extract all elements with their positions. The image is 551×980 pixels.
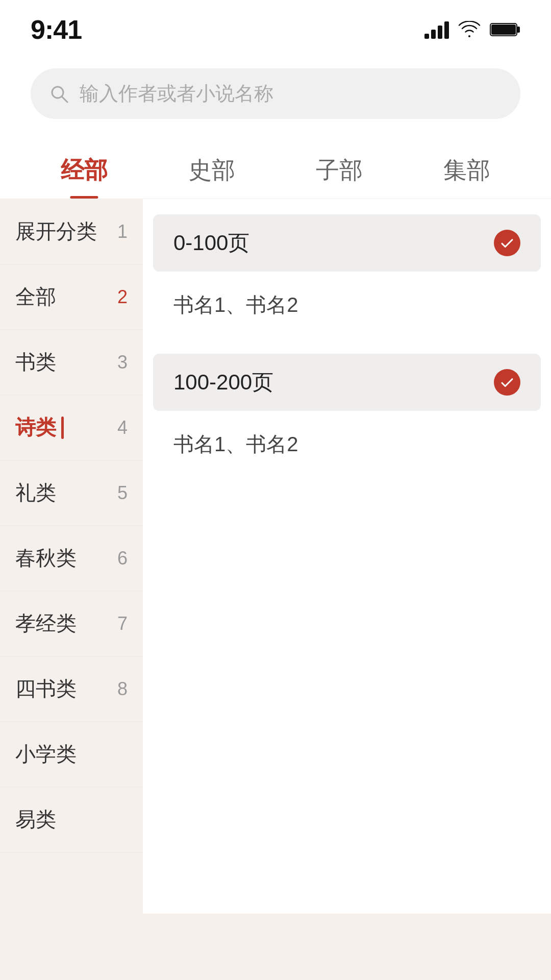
category-count-lilei: 5 [117, 482, 128, 504]
category-name-yilei: 易类 [15, 805, 56, 834]
category-name-xiaojing: 孝经类 [15, 609, 77, 638]
category-name-xiaoxue: 小学类 [15, 740, 77, 768]
right-panel: 0-100页 书名1、书名2 100-200页 书名1、书名2 [143, 199, 551, 914]
main-content: 展开分类 1 全部 2 书类 3 诗类 4 礼类 5 春秋类 6 孝经类 [0, 199, 551, 914]
check-icon-1 [494, 230, 520, 256]
search-placeholder: 输入作者或者小说名称 [80, 81, 273, 107]
svg-rect-1 [517, 27, 520, 33]
search-container: 输入作者或者小说名称 [0, 53, 551, 139]
tab-nav: 经部 史部 子部 集部 [0, 139, 551, 199]
svg-rect-2 [491, 24, 516, 35]
category-item-lilei[interactable]: 礼类 5 [0, 460, 143, 526]
category-item-xiaoxue[interactable]: 小学类 [0, 722, 143, 787]
page-range-group-1: 0-100页 书名1、书名2 [143, 214, 551, 333]
category-count-sishu: 8 [117, 678, 128, 700]
signal-icon [424, 20, 449, 39]
check-icon-2 [494, 369, 520, 396]
tab-zi[interactable]: 子部 [316, 155, 363, 199]
status-time: 9:41 [31, 14, 82, 45]
category-count-xiaojing: 7 [117, 613, 128, 634]
category-name-sishu: 四书类 [15, 675, 77, 703]
active-indicator [61, 416, 64, 439]
category-count-zhankai: 1 [117, 221, 128, 242]
page-range-header-1[interactable]: 0-100页 [153, 214, 541, 272]
search-icon [49, 84, 69, 104]
page-range-label-1: 0-100页 [173, 229, 249, 257]
page-range-label-2: 100-200页 [173, 368, 273, 397]
battery-icon [490, 22, 520, 37]
category-item-quanbu[interactable]: 全部 2 [0, 264, 143, 330]
search-bar[interactable]: 输入作者或者小说名称 [31, 68, 520, 119]
svg-line-4 [62, 96, 67, 102]
tab-shi[interactable]: 史部 [188, 155, 235, 199]
category-name-shulei: 书类 [15, 348, 56, 376]
category-count-shilei: 4 [117, 417, 128, 438]
checkmark-icon-2 [499, 375, 515, 390]
status-bar: 9:41 [0, 0, 551, 53]
checkmark-icon-1 [499, 235, 515, 251]
category-item-zhankai[interactable]: 展开分类 1 [0, 199, 143, 264]
category-count-shulei: 3 [117, 352, 128, 373]
category-list: 展开分类 1 全部 2 书类 3 诗类 4 礼类 5 春秋类 6 孝经类 [0, 199, 143, 914]
book-names-1: 书名1、书名2 [143, 277, 551, 333]
category-name-shilei: 诗类 [15, 413, 64, 442]
tab-jing[interactable]: 经部 [61, 155, 108, 199]
category-item-xiaojing[interactable]: 孝经类 7 [0, 591, 143, 656]
wifi-icon [458, 21, 481, 38]
page-range-header-2[interactable]: 100-200页 [153, 354, 541, 411]
group-spacer [143, 338, 551, 349]
page-range-group-2: 100-200页 书名1、书名2 [143, 354, 551, 473]
category-count-chunqiu: 6 [117, 548, 128, 569]
category-item-shilei[interactable]: 诗类 4 [0, 395, 143, 460]
category-name-zhankai: 展开分类 [15, 217, 97, 246]
category-item-shulei[interactable]: 书类 3 [0, 330, 143, 395]
category-item-yilei[interactable]: 易类 [0, 787, 143, 852]
category-item-chunqiu[interactable]: 春秋类 6 [0, 526, 143, 591]
category-name-chunqiu: 春秋类 [15, 544, 77, 572]
category-name-lilei: 礼类 [15, 479, 56, 507]
tab-ji[interactable]: 集部 [443, 155, 490, 199]
status-icons [424, 20, 520, 39]
category-name-quanbu: 全部 [15, 283, 56, 311]
category-count-quanbu: 2 [117, 286, 128, 308]
category-item-sishu[interactable]: 四书类 8 [0, 656, 143, 722]
book-names-2: 书名1、书名2 [143, 416, 551, 473]
